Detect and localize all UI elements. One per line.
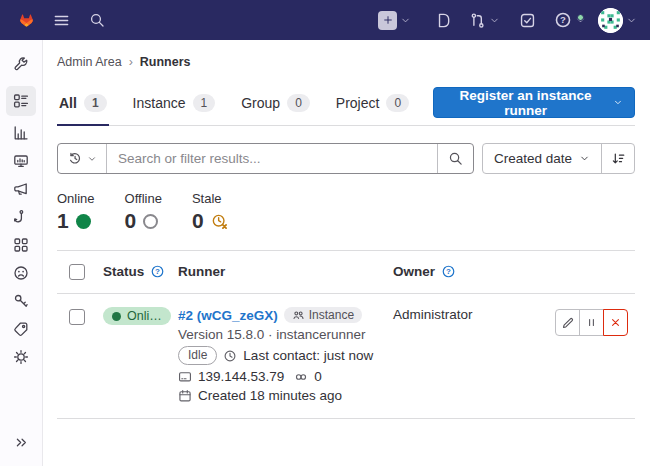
edit-runner-icon[interactable] — [555, 309, 580, 336]
stat-label: Offline — [125, 191, 162, 206]
tab-all[interactable]: All 1 — [57, 85, 109, 125]
chevron-down-icon — [626, 15, 637, 26]
delete-runner-icon[interactable] — [603, 309, 628, 336]
new-menu-dropdown[interactable] — [378, 11, 411, 30]
register-button-label: Register an instance runner — [445, 88, 606, 118]
status-header-label: Status — [103, 264, 144, 279]
stat-offline: Offline 0 — [125, 191, 162, 233]
stat-stale: Stale 0 — [192, 191, 228, 233]
stat-label: Stale — [192, 191, 228, 206]
runner-link[interactable]: #2 (wCG_zeGX) — [178, 308, 278, 323]
tab-count-badge: 0 — [287, 94, 310, 112]
tab-count-badge: 1 — [84, 94, 107, 112]
expand-sidebar-icon[interactable] — [6, 428, 36, 456]
owner-link[interactable]: Administrator — [393, 307, 473, 322]
last-contact: Last contact: just now — [243, 348, 373, 363]
sidebar-item-system-hooks-icon[interactable] — [6, 203, 36, 231]
main-content: Admin Area › Runners All 1 Instance 1 Gr… — [43, 40, 650, 466]
tab-label: Group — [241, 95, 280, 111]
type-badge-label: Instance — [309, 308, 354, 322]
idle-badge: Idle — [178, 346, 217, 365]
search-input[interactable] — [107, 144, 437, 173]
recent-searches-dropdown[interactable] — [58, 144, 107, 173]
merge-request-icon — [469, 12, 486, 29]
breadcrumb: Admin Area › Runners — [57, 40, 635, 75]
hamburger-menu-icon[interactable] — [46, 5, 76, 35]
avatar — [598, 8, 623, 33]
runner-tabs: All 1 Instance 1 Group 0 Project 0 Regis… — [57, 85, 635, 126]
status-help-icon[interactable]: ? — [150, 264, 165, 279]
search-icon[interactable] — [82, 5, 112, 35]
stat-value: 0 — [125, 209, 137, 233]
chevron-down-icon — [613, 97, 623, 108]
todos-icon[interactable] — [512, 5, 542, 35]
svg-text:?: ? — [446, 267, 451, 276]
calendar-icon — [178, 389, 192, 403]
sort-direction-descending-icon[interactable] — [601, 144, 634, 173]
register-instance-runner-button[interactable]: Register an instance runner — [433, 87, 635, 118]
tab-instance[interactable]: Instance 1 — [131, 85, 218, 125]
online-dot-icon — [76, 214, 91, 229]
filter-bar: Created date — [57, 143, 635, 174]
filtered-search — [57, 143, 474, 174]
breadcrumb-runners: Runners — [140, 55, 191, 69]
sidebar-item-settings-icon[interactable] — [6, 343, 36, 371]
help-dropdown[interactable]: ? — [554, 11, 586, 29]
help-icon: ? — [554, 11, 572, 29]
chevron-down-icon — [400, 15, 411, 26]
stat-label: Online — [57, 191, 95, 206]
column-owner: Owner ? — [393, 264, 555, 279]
sidebar-item-applications-icon[interactable] — [6, 231, 36, 259]
host-icon — [178, 370, 192, 384]
link-icon — [294, 370, 308, 384]
sidebar-item-analytics-icon[interactable] — [6, 119, 36, 147]
owner-header-label: Owner — [393, 264, 435, 279]
tab-label: Project — [336, 95, 380, 111]
gitlab-logo-icon[interactable] — [13, 7, 40, 34]
tab-project[interactable]: Project 0 — [334, 85, 411, 125]
sidebar-item-messages-icon[interactable] — [6, 175, 36, 203]
runner-ip: 139.144.53.79 — [198, 369, 284, 384]
notification-dot — [577, 14, 584, 21]
sidebar-item-labels-icon[interactable] — [6, 315, 36, 343]
runners-table: Status ? Runner Owner ? — [57, 250, 635, 419]
pause-runner-icon[interactable] — [579, 309, 604, 336]
select-all-checkbox[interactable] — [69, 264, 85, 280]
status-badge-label: Online — [127, 309, 162, 323]
runner-row: Online #2 (wCG_zeGX) Instance — [57, 294, 635, 419]
sidebar-item-abuse-reports-icon[interactable] — [6, 259, 36, 287]
linked-count: 0 — [314, 369, 322, 384]
sort-by-dropdown[interactable]: Created date — [483, 144, 601, 173]
merge-requests-dropdown[interactable] — [469, 12, 500, 29]
breadcrumb-admin-area[interactable]: Admin Area — [57, 55, 122, 69]
sort-control: Created date — [482, 143, 635, 174]
admin-sidebar — [0, 40, 43, 466]
sidebar-item-overview-icon[interactable] — [6, 86, 36, 116]
tab-group[interactable]: Group 0 — [239, 85, 312, 125]
status-cell: Online — [103, 307, 178, 325]
top-navbar: ? — [0, 0, 650, 40]
tab-label: Instance — [133, 95, 186, 111]
user-menu-dropdown[interactable] — [598, 8, 637, 33]
sidebar-item-monitoring-icon[interactable] — [6, 147, 36, 175]
row-actions — [555, 309, 635, 336]
sort-by-label: Created date — [494, 151, 572, 166]
svg-text:?: ? — [560, 14, 566, 25]
owner-help-icon[interactable]: ? — [441, 264, 456, 279]
instance-type-badge: Instance — [284, 307, 362, 323]
sidebar-item-deploy-keys-icon[interactable] — [6, 287, 36, 315]
issues-icon[interactable] — [427, 5, 457, 35]
version-line: Version 15.8.0 · instancerunner — [178, 327, 393, 342]
status-badge: Online — [103, 307, 171, 325]
tab-count-badge: 0 — [386, 94, 409, 112]
chevron-down-icon — [87, 154, 97, 164]
svg-text:?: ? — [155, 267, 160, 276]
row-checkbox[interactable] — [69, 309, 85, 325]
column-runner: Runner — [178, 264, 393, 279]
breadcrumb-separator: › — [129, 55, 133, 69]
clock-icon — [223, 349, 237, 363]
stale-clock-icon — [211, 213, 228, 230]
column-status: Status ? — [103, 264, 178, 279]
sidebar-item-admin-wrench-icon[interactable] — [6, 49, 36, 77]
search-submit-icon[interactable] — [437, 144, 473, 173]
